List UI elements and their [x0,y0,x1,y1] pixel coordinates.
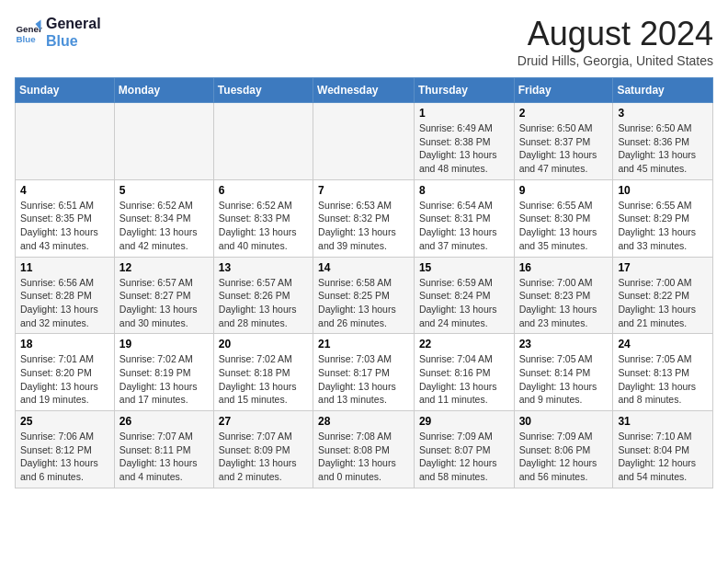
sunrise-label: Sunrise: 6:59 AM [419,277,493,288]
sunrise-label: Sunrise: 7:10 AM [618,431,691,442]
day-number: 9 [519,184,609,197]
day-info: Sunrise: 7:07 AM Sunset: 8:09 PM Dayligh… [219,430,308,484]
calendar-cell: 23 Sunrise: 7:05 AM Sunset: 8:14 PM Dayl… [514,334,613,411]
calendar-table: SundayMondayTuesdayWednesdayThursdayFrid… [15,77,713,488]
day-number: 11 [20,261,109,274]
weekday-header: Sunday [16,78,115,103]
sunset-label: Sunset: 8:31 PM [419,213,491,224]
sunset-label: Sunset: 8:08 PM [318,444,390,455]
daylight-label: Daylight: 13 hours and 11 minutes. [419,381,497,406]
day-number: 13 [219,261,308,274]
day-info: Sunrise: 6:53 AM Sunset: 8:32 PM Dayligh… [318,199,409,253]
day-number: 18 [20,338,109,350]
day-info: Sunrise: 7:05 AM Sunset: 8:13 PM Dayligh… [618,352,708,407]
day-info: Sunrise: 7:08 AM Sunset: 8:08 PM Dayligh… [318,430,409,484]
sunset-label: Sunset: 8:24 PM [419,290,491,301]
sunset-label: Sunset: 8:11 PM [119,444,191,455]
day-number: 17 [618,261,708,274]
sunset-label: Sunset: 8:33 PM [219,213,290,224]
calendar-cell: 19 Sunrise: 7:02 AM Sunset: 8:19 PM Dayl… [114,334,213,411]
weekday-header: Thursday [414,78,514,103]
sunrise-label: Sunrise: 7:04 AM [419,353,493,364]
calendar-cell [114,103,213,180]
day-info: Sunrise: 7:00 AM Sunset: 8:23 PM Dayligh… [519,276,609,330]
day-info: Sunrise: 7:02 AM Sunset: 8:18 PM Dayligh… [219,352,308,407]
calendar-cell: 4 Sunrise: 6:51 AM Sunset: 8:35 PM Dayli… [16,179,115,257]
calendar-cell: 25 Sunrise: 7:06 AM Sunset: 8:12 PM Dayl… [16,411,115,488]
daylight-label: Daylight: 13 hours and 6 minutes. [20,457,98,482]
calendar-cell: 1 Sunrise: 6:49 AM Sunset: 8:38 PM Dayli… [414,103,514,180]
sunrise-label: Sunrise: 7:08 AM [318,431,392,442]
daylight-label: Daylight: 13 hours and 23 minutes. [519,304,597,328]
sunrise-label: Sunrise: 6:51 AM [20,200,94,211]
month-title: August 2024 [518,15,713,53]
calendar-cell: 9 Sunrise: 6:55 AM Sunset: 8:30 PM Dayli… [514,179,613,257]
daylight-label: Daylight: 13 hours and 48 minutes. [419,149,497,174]
daylight-label: Daylight: 13 hours and 17 minutes. [119,381,198,406]
title-block: August 2024 Druid Hills, Georgia, United… [518,15,713,68]
calendar-cell: 18 Sunrise: 7:01 AM Sunset: 8:20 PM Dayl… [16,334,115,411]
day-info: Sunrise: 7:03 AM Sunset: 8:17 PM Dayligh… [318,352,409,407]
calendar-cell: 3 Sunrise: 6:50 AM Sunset: 8:36 PM Dayli… [613,103,713,180]
sunrise-label: Sunrise: 6:53 AM [318,200,392,211]
weekday-header: Tuesday [213,78,313,103]
daylight-label: Daylight: 13 hours and 43 minutes. [20,226,98,251]
sunset-label: Sunset: 8:26 PM [219,290,290,301]
day-info: Sunrise: 7:01 AM Sunset: 8:20 PM Dayligh… [20,352,109,407]
daylight-label: Daylight: 13 hours and 47 minutes. [519,149,597,174]
sunrise-label: Sunrise: 7:02 AM [219,353,292,364]
daylight-label: Daylight: 13 hours and 13 minutes. [318,381,396,406]
day-info: Sunrise: 6:59 AM Sunset: 8:24 PM Dayligh… [419,276,509,330]
calendar-cell: 17 Sunrise: 7:00 AM Sunset: 8:22 PM Dayl… [613,257,713,334]
day-number: 23 [519,338,609,350]
calendar-cell: 28 Sunrise: 7:08 AM Sunset: 8:08 PM Dayl… [313,411,415,488]
day-info: Sunrise: 7:00 AM Sunset: 8:22 PM Dayligh… [618,276,708,330]
day-info: Sunrise: 6:55 AM Sunset: 8:30 PM Dayligh… [519,199,609,253]
sunrise-label: Sunrise: 6:55 AM [618,200,691,211]
day-info: Sunrise: 6:55 AM Sunset: 8:29 PM Dayligh… [618,199,708,253]
sunrise-label: Sunrise: 6:54 AM [419,200,493,211]
day-info: Sunrise: 7:10 AM Sunset: 8:04 PM Dayligh… [618,430,708,484]
sunset-label: Sunset: 8:34 PM [119,213,191,224]
day-info: Sunrise: 6:49 AM Sunset: 8:38 PM Dayligh… [419,121,509,176]
daylight-label: Daylight: 12 hours and 54 minutes. [618,457,696,482]
daylight-label: Daylight: 13 hours and 39 minutes. [318,226,396,251]
sunset-label: Sunset: 8:07 PM [419,444,491,455]
sunrise-label: Sunrise: 7:02 AM [119,353,193,364]
sunrise-label: Sunrise: 6:58 AM [318,277,392,288]
calendar-cell [313,103,415,180]
day-info: Sunrise: 6:52 AM Sunset: 8:34 PM Dayligh… [119,199,209,253]
daylight-label: Daylight: 13 hours and 15 minutes. [219,381,297,406]
daylight-label: Daylight: 13 hours and 42 minutes. [119,226,198,251]
daylight-label: Daylight: 13 hours and 28 minutes. [219,304,297,328]
page-header: General Blue General Blue August 2024 Dr… [15,15,713,68]
day-info: Sunrise: 6:54 AM Sunset: 8:31 PM Dayligh… [419,199,509,253]
day-info: Sunrise: 6:57 AM Sunset: 8:26 PM Dayligh… [219,276,308,330]
calendar-cell: 10 Sunrise: 6:55 AM Sunset: 8:29 PM Dayl… [613,179,713,257]
day-number: 28 [318,415,409,428]
daylight-label: Daylight: 13 hours and 4 minutes. [119,457,198,482]
calendar-week-row: 4 Sunrise: 6:51 AM Sunset: 8:35 PM Dayli… [16,179,713,257]
daylight-label: Daylight: 13 hours and 45 minutes. [618,149,696,174]
sunrise-label: Sunrise: 7:07 AM [219,431,292,442]
calendar-cell: 7 Sunrise: 6:53 AM Sunset: 8:32 PM Dayli… [313,179,415,257]
calendar-cell: 13 Sunrise: 6:57 AM Sunset: 8:26 PM Dayl… [213,257,313,334]
calendar-cell: 29 Sunrise: 7:09 AM Sunset: 8:07 PM Dayl… [414,411,514,488]
logo-general: General [46,15,101,32]
day-number: 29 [419,415,509,428]
sunset-label: Sunset: 8:37 PM [519,136,591,147]
sunrise-label: Sunrise: 7:00 AM [618,277,691,288]
sunrise-label: Sunrise: 6:57 AM [219,277,292,288]
sunrise-label: Sunrise: 6:49 AM [419,122,493,133]
weekday-header: Monday [114,78,213,103]
calendar-week-row: 1 Sunrise: 6:49 AM Sunset: 8:38 PM Dayli… [16,103,713,180]
day-number: 7 [318,184,409,197]
day-info: Sunrise: 6:52 AM Sunset: 8:33 PM Dayligh… [219,199,308,253]
sunrise-label: Sunrise: 7:09 AM [519,431,593,442]
sunrise-label: Sunrise: 7:03 AM [318,353,392,364]
weekday-header-row: SundayMondayTuesdayWednesdayThursdayFrid… [16,78,713,103]
day-number: 15 [419,261,509,274]
day-number: 30 [519,415,609,428]
sunrise-label: Sunrise: 7:06 AM [20,431,94,442]
daylight-label: Daylight: 13 hours and 26 minutes. [318,304,396,328]
